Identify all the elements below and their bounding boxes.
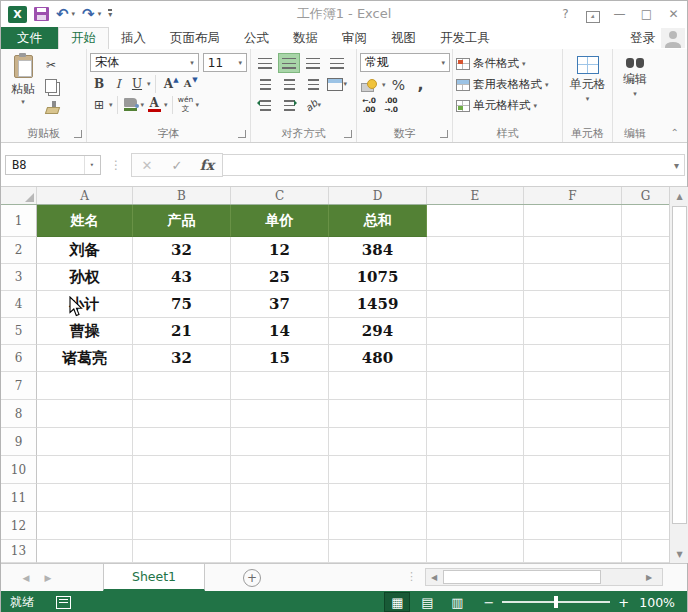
excel-logo-icon[interactable]: X (8, 6, 27, 23)
column-header[interactable]: B (133, 187, 231, 204)
underline-dropdown-icon[interactable]: ▾ (147, 80, 151, 88)
column-header[interactable]: E (427, 187, 524, 204)
clipboard-dialog-launcher-icon[interactable] (74, 130, 82, 138)
sheet-tab-sheet1[interactable]: Sheet1 (103, 564, 205, 591)
row-header[interactable]: 13 (1, 540, 37, 563)
number-dialog-launcher-icon[interactable] (440, 130, 448, 138)
borders-dropdown-icon[interactable]: ▾ (109, 101, 113, 109)
cell[interactable] (524, 345, 622, 372)
cell[interactable] (37, 428, 133, 456)
wrap-text-button[interactable] (326, 53, 348, 73)
align-left-button[interactable] (254, 74, 276, 94)
normal-view-button[interactable]: ▦ (385, 593, 409, 611)
cell-b2[interactable]: 32 (133, 237, 231, 264)
cell-d1[interactable]: 总和 (329, 205, 427, 237)
align-center-button[interactable] (278, 74, 300, 94)
cell[interactable] (622, 237, 669, 264)
cells-button[interactable]: 单元格 ▾ (566, 53, 609, 103)
merge-center-button[interactable]: ▾ (326, 74, 348, 94)
user-avatar[interactable] (661, 28, 685, 48)
page-layout-view-button[interactable]: ▤ (415, 593, 439, 611)
cell[interactable] (427, 205, 524, 237)
column-header[interactable]: G (622, 187, 669, 204)
cell[interactable] (427, 540, 524, 563)
zoom-level[interactable]: 100% (639, 595, 675, 610)
redo-icon[interactable]: ↷ (82, 7, 95, 22)
formula-input[interactable]: ▾ (223, 154, 685, 176)
cell-a2[interactable]: 刘备 (37, 237, 133, 264)
row-header[interactable]: 10 (1, 456, 37, 484)
row-header[interactable]: 7 (1, 372, 37, 400)
cell-d2[interactable]: 384 (329, 237, 427, 264)
add-sheet-button[interactable]: + (243, 569, 261, 587)
phonetic-guide-button[interactable]: wén文 (177, 95, 195, 114)
cell-b6[interactable]: 32 (133, 345, 231, 372)
paste-dropdown-icon[interactable]: ▾ (21, 98, 25, 106)
cell[interactable] (427, 291, 524, 318)
cell[interactable] (622, 400, 669, 428)
scroll-up-icon[interactable]: ▲ (670, 187, 688, 205)
cell[interactable] (329, 456, 427, 484)
cut-button[interactable]: ✂ (42, 55, 60, 74)
help-button[interactable]: ? (552, 1, 579, 27)
row-header[interactable]: 1 (1, 205, 37, 237)
cell[interactable] (622, 205, 669, 237)
cell[interactable] (133, 484, 231, 512)
column-header[interactable]: C (231, 187, 329, 204)
cell[interactable] (427, 318, 524, 345)
borders-button[interactable]: ⊞ (90, 95, 108, 114)
tab-formulas[interactable]: 公式 (232, 27, 281, 49)
cell[interactable] (524, 540, 622, 563)
tab-bar-divider[interactable]: ⋮ (406, 570, 417, 591)
tab-file[interactable]: 文件 (1, 27, 58, 49)
save-icon[interactable] (34, 7, 49, 21)
cell-b5[interactable]: 21 (133, 318, 231, 345)
cell[interactable] (37, 456, 133, 484)
cell[interactable] (622, 345, 669, 372)
cell[interactable] (427, 372, 524, 400)
cell-c6[interactable]: 15 (231, 345, 329, 372)
font-size-combo[interactable]: 11 ▾ (203, 53, 247, 72)
cancel-button[interactable]: ✕ (132, 158, 162, 173)
cell[interactable] (231, 484, 329, 512)
collapse-ribbon-button[interactable]: ⌃ (671, 127, 679, 138)
italic-button[interactable]: I (109, 74, 127, 93)
cell[interactable] (622, 372, 669, 400)
cell[interactable] (329, 540, 427, 563)
cell[interactable] (427, 264, 524, 291)
bottom-align-button[interactable] (302, 53, 324, 73)
insert-function-button[interactable]: fx (192, 157, 222, 173)
row-header[interactable]: 3 (1, 264, 37, 291)
decrease-indent-button[interactable] (254, 95, 276, 115)
percent-style-button[interactable]: % (390, 75, 408, 94)
tab-view[interactable]: 视图 (379, 27, 428, 49)
cell[interactable] (524, 484, 622, 512)
page-break-view-button[interactable]: ▥ (445, 593, 469, 611)
select-all-button[interactable] (1, 187, 37, 204)
decrease-decimal-button[interactable]: .00→.0 (382, 96, 400, 115)
tab-developer[interactable]: 开发工具 (428, 27, 502, 49)
cell-d4[interactable]: 1459 (329, 291, 427, 318)
font-color-button[interactable]: A (145, 95, 163, 114)
column-header[interactable]: F (524, 187, 622, 204)
row-header[interactable]: 6 (1, 345, 37, 372)
name-box-dropdown-icon[interactable]: ▾ (84, 156, 94, 174)
paste-button[interactable]: 粘贴 ▾ (4, 53, 42, 126)
cell[interactable] (231, 372, 329, 400)
row-header[interactable]: 8 (1, 400, 37, 428)
macro-record-icon[interactable] (56, 596, 71, 609)
cell[interactable] (622, 540, 669, 563)
cell-d3[interactable]: 1075 (329, 264, 427, 291)
row-header[interactable]: 4 (1, 291, 37, 318)
horizontal-scrollbar[interactable]: ◀ ▶ (425, 568, 663, 586)
cell-d6[interactable]: 480 (329, 345, 427, 372)
cell[interactable] (524, 456, 622, 484)
tab-page-layout[interactable]: 页面布局 (158, 27, 232, 49)
cell-c2[interactable]: 12 (231, 237, 329, 264)
tab-data[interactable]: 数据 (281, 27, 330, 49)
cell[interactable] (622, 428, 669, 456)
cell[interactable] (329, 484, 427, 512)
middle-align-button[interactable] (278, 53, 300, 73)
top-align-button[interactable] (254, 53, 276, 73)
cell[interactable] (133, 512, 231, 540)
